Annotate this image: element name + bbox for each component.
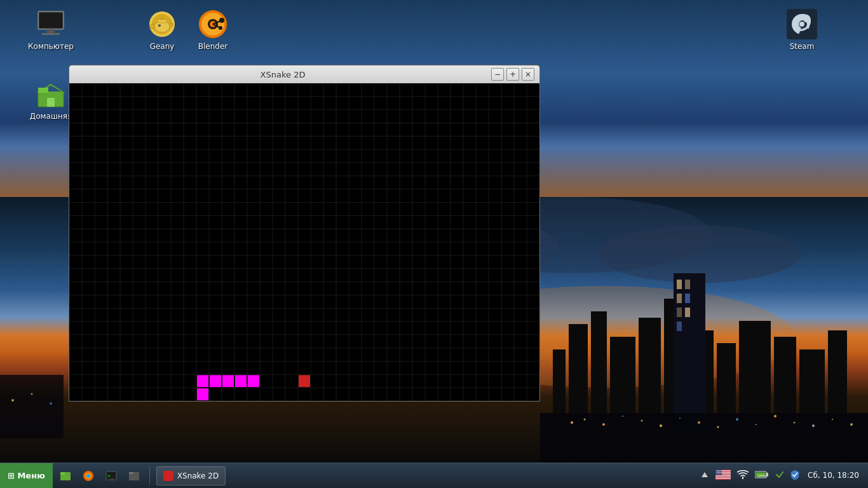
svg-point-44 <box>11 399 14 402</box>
svg-rect-21 <box>677 294 682 303</box>
svg-rect-10 <box>639 318 661 426</box>
desktop-icon-geany[interactable]: Geany <box>137 6 187 55</box>
svg-point-105 <box>719 473 720 473</box>
svg-rect-23 <box>677 308 682 317</box>
tray-datetime: Сб, 10, 18:20 <box>808 471 859 480</box>
taskbar-quick-launch: >_ <box>53 463 147 488</box>
steam-icon <box>787 9 817 39</box>
svg-point-40 <box>812 424 815 427</box>
svg-rect-19 <box>677 280 682 289</box>
taskbar-tray: 100% Сб, 10, 18:20 <box>693 463 868 488</box>
taskbar-xsnake-label: XSnake 2D <box>177 471 219 480</box>
svg-point-96 <box>719 471 720 471</box>
svg-point-104 <box>718 473 719 473</box>
window-close-button[interactable]: × <box>522 68 534 81</box>
svg-point-97 <box>721 471 721 471</box>
svg-point-91 <box>719 470 719 471</box>
tray-battery-icon[interactable]: 100% <box>753 470 771 481</box>
svg-point-89 <box>716 470 717 471</box>
svg-point-69 <box>799 22 804 27</box>
svg-rect-6 <box>553 349 566 426</box>
svg-point-75 <box>86 474 90 478</box>
svg-rect-87 <box>715 478 731 479</box>
game-canvas <box>69 83 539 401</box>
svg-point-31 <box>641 420 643 422</box>
svg-rect-13 <box>717 343 736 426</box>
svg-point-29 <box>602 423 605 426</box>
window-maximize-button[interactable]: + <box>506 68 519 81</box>
taskbar-firefox-button[interactable] <box>78 466 98 486</box>
tray-clock[interactable]: Сб, 10, 18:20 <box>804 470 863 481</box>
tray-update-icon[interactable] <box>773 470 786 481</box>
svg-rect-85 <box>715 475 731 476</box>
svg-rect-15 <box>774 337 796 426</box>
svg-rect-48 <box>39 13 62 28</box>
svg-point-92 <box>720 470 721 471</box>
svg-point-38 <box>774 415 776 417</box>
svg-rect-14 <box>739 321 771 426</box>
taskbar-xsnake-button[interactable]: XSnake 2D <box>156 466 226 485</box>
svg-rect-79 <box>129 472 133 474</box>
svg-rect-18 <box>674 273 705 432</box>
svg-rect-7 <box>569 324 588 426</box>
steam-icon-label: Steam <box>790 42 815 52</box>
svg-point-99 <box>717 472 718 473</box>
svg-point-30 <box>622 416 623 417</box>
svg-point-57 <box>159 25 160 25</box>
window-title: XSnake 2D <box>74 70 491 79</box>
svg-point-98 <box>716 472 717 473</box>
tray-keyboard-layout-icon[interactable] <box>714 470 733 482</box>
svg-rect-24 <box>685 308 690 317</box>
taskbar-menu-label: ⊞ Меню <box>8 471 45 480</box>
game-area[interactable] <box>69 83 539 401</box>
desktop-icon-blender[interactable]: Blender <box>187 6 238 55</box>
svg-point-90 <box>717 470 718 471</box>
taskbar-files-button[interactable] <box>55 466 76 486</box>
svg-point-102 <box>721 472 722 473</box>
svg-point-70 <box>804 18 808 22</box>
window-titlebar[interactable]: XSnake 2D − + × <box>69 65 539 83</box>
svg-point-55 <box>161 18 163 20</box>
tray-expand-icon[interactable] <box>698 470 711 481</box>
tray-security-icon[interactable] <box>789 470 801 482</box>
svg-point-103 <box>717 473 717 473</box>
svg-point-42 <box>850 423 853 426</box>
taskbar-files2-button[interactable] <box>124 466 144 486</box>
svg-marker-80 <box>702 472 708 477</box>
svg-point-36 <box>736 418 738 421</box>
svg-point-39 <box>794 422 796 424</box>
svg-rect-22 <box>685 294 690 303</box>
taskbar-terminal-button[interactable]: >_ <box>101 466 121 486</box>
svg-point-32 <box>660 424 662 427</box>
window-minimize-button[interactable]: − <box>491 68 504 81</box>
desktop-icon-computer[interactable]: Компьютер <box>25 6 76 55</box>
home-folder-icon-label: Домашняя <box>30 112 72 122</box>
svg-rect-86 <box>715 477 731 477</box>
svg-rect-12 <box>685 330 714 426</box>
home-folder-icon <box>36 79 66 109</box>
svg-rect-25 <box>677 322 682 331</box>
svg-point-95 <box>718 471 719 471</box>
svg-rect-9 <box>610 337 635 426</box>
svg-rect-26 <box>540 413 868 464</box>
svg-rect-20 <box>685 280 690 289</box>
svg-rect-49 <box>47 29 55 33</box>
svg-point-35 <box>717 426 719 428</box>
svg-rect-67 <box>38 88 48 93</box>
xsnake-window: XSnake 2D − + × <box>69 65 540 402</box>
svg-point-28 <box>584 419 586 421</box>
svg-point-33 <box>679 417 681 419</box>
svg-point-27 <box>571 421 573 424</box>
svg-point-37 <box>756 424 757 425</box>
taskbar-menu-button[interactable]: ⊞ Меню <box>0 463 53 488</box>
taskbar-apps: XSnake 2D <box>153 463 693 488</box>
svg-point-34 <box>698 421 700 424</box>
svg-point-4 <box>597 226 801 283</box>
xsnake-app-icon <box>163 471 173 481</box>
svg-point-94 <box>717 471 717 471</box>
svg-rect-108 <box>766 473 768 477</box>
svg-rect-43 <box>0 375 64 438</box>
svg-rect-17 <box>828 330 847 426</box>
tray-wifi-icon[interactable] <box>735 470 750 481</box>
desktop-icon-steam[interactable]: Steam <box>776 6 827 55</box>
